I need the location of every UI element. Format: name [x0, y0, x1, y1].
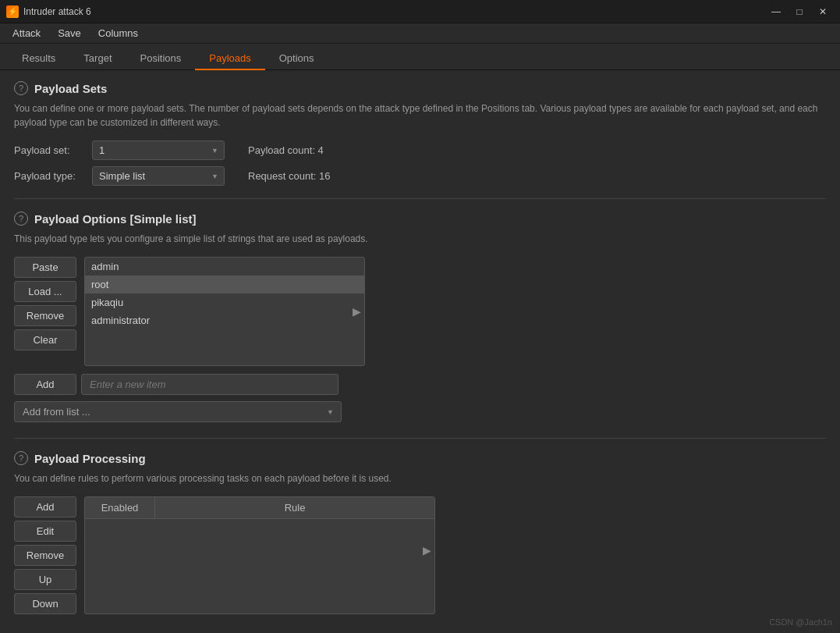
- proc-table-body: ▶: [85, 519, 434, 581]
- tab-payloads[interactable]: Payloads: [195, 48, 264, 70]
- list-item[interactable]: administrator: [85, 311, 364, 329]
- payload-processing-header: ? Payload Processing: [14, 451, 826, 465]
- menu-attack[interactable]: Attack: [5, 25, 48, 41]
- payload-processing-title: Payload Processing: [34, 452, 146, 465]
- payload-sets-header: ? Payload Sets: [14, 81, 826, 95]
- add-from-list-select[interactable]: Add from list ...: [14, 401, 342, 422]
- processing-table: Enabled Rule ▶: [84, 496, 435, 614]
- app-icon: ⚡: [6, 5, 19, 18]
- main-content: ? Payload Sets You can define one or mor…: [0, 70, 840, 633]
- payload-sets-help-icon[interactable]: ?: [14, 81, 28, 95]
- remove-button[interactable]: Remove: [14, 305, 76, 326]
- tab-options[interactable]: Options: [265, 48, 328, 70]
- load-button[interactable]: Load ...: [14, 281, 76, 302]
- payload-set-label: Payload set:: [14, 144, 84, 156]
- maximize-button[interactable]: □: [789, 3, 810, 20]
- proc-table-header: Enabled Rule: [85, 497, 434, 519]
- payload-options-help-icon[interactable]: ?: [14, 212, 28, 226]
- menu-bar: Attack Save Columns: [0, 23, 840, 44]
- paste-button[interactable]: Paste: [14, 257, 76, 278]
- add-from-list-row: Add from list ...: [14, 401, 826, 422]
- list-item[interactable]: pikaqiu: [85, 293, 364, 311]
- tab-positions[interactable]: Positions: [126, 48, 196, 70]
- payload-sets-title: Payload Sets: [34, 82, 107, 95]
- title-bar-left: ⚡ Intruder attack 6: [6, 5, 91, 18]
- proc-up-button[interactable]: Up: [14, 569, 76, 590]
- proc-scroll-arrow: ▶: [423, 544, 431, 557]
- payload-set-row: Payload set: 1 Payload count: 4: [14, 140, 826, 160]
- add-row: Add: [14, 374, 826, 395]
- payload-type-row: Payload type: Simple list Request count:…: [14, 166, 826, 186]
- payload-type-select[interactable]: Simple list: [92, 166, 225, 186]
- window-controls: — □ ✕: [765, 3, 834, 20]
- clear-button[interactable]: Clear: [14, 329, 76, 350]
- proc-col-rule-header: Rule: [155, 497, 434, 518]
- payload-options-header: ? Payload Options [Simple list]: [14, 212, 826, 226]
- list-item[interactable]: root: [85, 276, 364, 293]
- menu-columns[interactable]: Columns: [90, 25, 146, 41]
- tab-bar: Results Target Positions Payloads Option…: [0, 44, 840, 70]
- tab-target[interactable]: Target: [69, 48, 126, 70]
- proc-buttons: Add Edit Remove Up Down: [14, 496, 76, 614]
- payload-options-desc: This payload type lets you configure a s…: [14, 232, 826, 246]
- proc-add-button[interactable]: Add: [14, 496, 76, 517]
- payload-type-select-wrapper: Simple list: [92, 166, 225, 186]
- minimize-button[interactable]: —: [765, 3, 787, 20]
- proc-remove-button[interactable]: Remove: [14, 545, 76, 566]
- list-buttons: Paste Load ... Remove Clear: [14, 257, 76, 366]
- title-bar: ⚡ Intruder attack 6 — □ ✕: [0, 0, 840, 23]
- processing-area: Add Edit Remove Up Down Enabled Rule ▶: [14, 496, 826, 614]
- add-input[interactable]: [81, 374, 338, 395]
- add-button[interactable]: Add: [14, 374, 76, 395]
- request-count: Request count: 16: [248, 170, 331, 182]
- payload-sets-desc: You can define one or more payload sets.…: [14, 101, 826, 130]
- close-button[interactable]: ✕: [812, 3, 834, 20]
- divider-2: [14, 438, 826, 439]
- list-item[interactable]: admin: [85, 258, 364, 276]
- payload-set-select[interactable]: 1: [92, 140, 225, 160]
- window-title: Intruder attack 6: [23, 6, 91, 17]
- payload-type-label: Payload type:: [14, 170, 84, 182]
- payload-set-select-wrapper: 1: [92, 140, 225, 160]
- add-from-list-wrapper: Add from list ...: [14, 401, 342, 422]
- proc-down-button[interactable]: Down: [14, 593, 76, 614]
- payload-processing-desc: You can define rules to perform various …: [14, 471, 826, 485]
- payload-count: Payload count: 4: [248, 144, 324, 156]
- proc-edit-button[interactable]: Edit: [14, 521, 76, 542]
- watermark: CSDN @Jach1n: [769, 617, 832, 627]
- tab-results[interactable]: Results: [8, 48, 69, 70]
- payload-list-area: Paste Load ... Remove Clear admin root p…: [14, 257, 826, 366]
- menu-save[interactable]: Save: [50, 25, 89, 41]
- payload-options-title: Payload Options [Simple list]: [34, 212, 197, 226]
- payload-processing-help-icon[interactable]: ?: [14, 451, 28, 465]
- proc-col-enabled-header: Enabled: [85, 497, 155, 518]
- divider-1: [14, 198, 826, 199]
- payload-listbox[interactable]: admin root pikaqiu administrator ▶: [84, 257, 365, 366]
